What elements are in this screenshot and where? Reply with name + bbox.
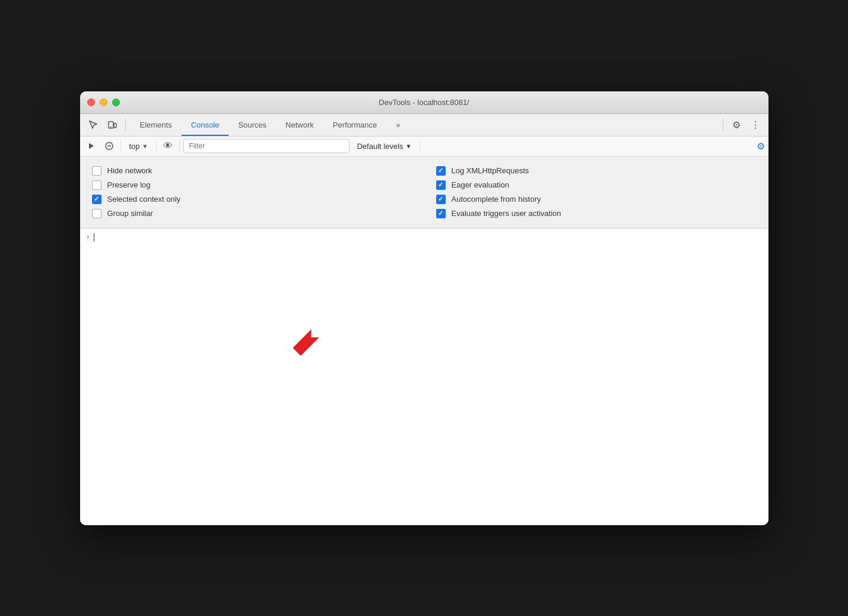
cursor [94,233,94,242]
log-xml-checkbox[interactable] [436,166,446,176]
window-title: DevTools - localhost:8081/ [379,98,469,107]
toolbar-right: ⚙ ⋮ [728,116,764,133]
selected-context-label: Selected context only [107,195,181,204]
traffic-lights [87,99,120,106]
toolbar-separator-1 [125,118,126,131]
console-toolbar: top ▼ 👁 Default levels ▼ ⚙ [80,136,768,157]
eager-eval-checkbox[interactable] [436,180,446,190]
preserve-log-label: Preserve log [107,180,151,189]
preserve-log-row: Preserve log [92,178,412,192]
console-body[interactable]: › [80,228,768,525]
titlebar: DevTools - localhost:8081/ [80,91,768,114]
console-sep-3 [179,140,180,152]
autocomplete-label: Autocomplete from history [452,195,541,204]
clear-console-icon[interactable] [101,138,117,154]
tab-console[interactable]: Console [182,114,229,136]
inspect-icon[interactable] [85,116,101,133]
settings-right-column: Log XMLHttpRequests Eager evaluation Aut… [436,164,757,221]
device-toolbar-icon[interactable] [104,116,120,133]
console-sep-2 [156,140,157,152]
minimize-button[interactable] [100,99,107,106]
hide-network-checkbox[interactable] [92,166,101,176]
devtools-window: DevTools - localhost:8081/ Elements Cons… [80,91,768,525]
expand-icon[interactable] [84,138,99,154]
tab-elements[interactable]: Elements [131,114,182,136]
group-similar-label: Group similar [107,209,153,218]
eval-triggers-checkbox[interactable] [436,209,446,218]
console-sep-1 [120,140,121,152]
group-similar-checkbox[interactable] [92,209,101,218]
chevron-down-icon: ▼ [142,143,148,150]
selected-context-row: Selected context only [92,192,412,207]
settings-left-column: Hide network Preserve log Selected conte… [92,164,412,221]
settings-icon[interactable]: ⚙ [728,116,745,133]
main-toolbar: Elements Console Sources Network Perform… [80,114,768,136]
log-xml-label: Log XMLHttpRequests [452,166,529,175]
log-xml-row: Log XMLHttpRequests [436,164,757,178]
filter-input[interactable] [183,139,350,153]
eye-icon[interactable]: 👁 [160,138,176,154]
group-similar-row: Group similar [92,207,412,221]
tab-sources[interactable]: Sources [228,114,276,136]
tab-performance[interactable]: Performance [323,114,386,136]
selected-context-checkbox[interactable] [92,195,101,204]
autocomplete-row: Autocomplete from history [436,192,757,207]
svg-marker-3 [89,143,94,149]
tab-network[interactable]: Network [276,114,323,136]
log-levels-button[interactable]: Default levels ▼ [352,141,416,152]
levels-chevron-icon: ▼ [406,143,412,150]
tab-bar: Elements Console Sources Network Perform… [131,114,718,136]
eager-eval-label: Eager evaluation [452,180,510,189]
console-settings-icon[interactable]: ⚙ [757,141,765,152]
toolbar-separator-2 [723,118,723,131]
maximize-button[interactable] [112,99,120,106]
svg-rect-1 [114,123,116,128]
hide-network-row: Hide network [92,164,412,178]
autocomplete-checkbox[interactable] [436,195,446,204]
prompt-arrow-icon: › [86,233,90,242]
close-button[interactable] [87,99,95,106]
eval-triggers-label: Evaluate triggers user activation [452,209,561,218]
console-sep-4 [420,140,420,152]
eager-eval-row: Eager evaluation [436,178,757,192]
hide-network-label: Hide network [107,166,153,175]
context-selector[interactable]: top ▼ [125,141,153,152]
console-settings-panel: Hide network Preserve log Selected conte… [80,157,768,228]
console-prompt: › [86,233,94,242]
tab-more[interactable]: » [386,114,409,136]
eval-triggers-row: Evaluate triggers user activation [436,207,757,221]
preserve-log-checkbox[interactable] [92,180,101,190]
more-options-icon[interactable]: ⋮ [747,116,764,133]
